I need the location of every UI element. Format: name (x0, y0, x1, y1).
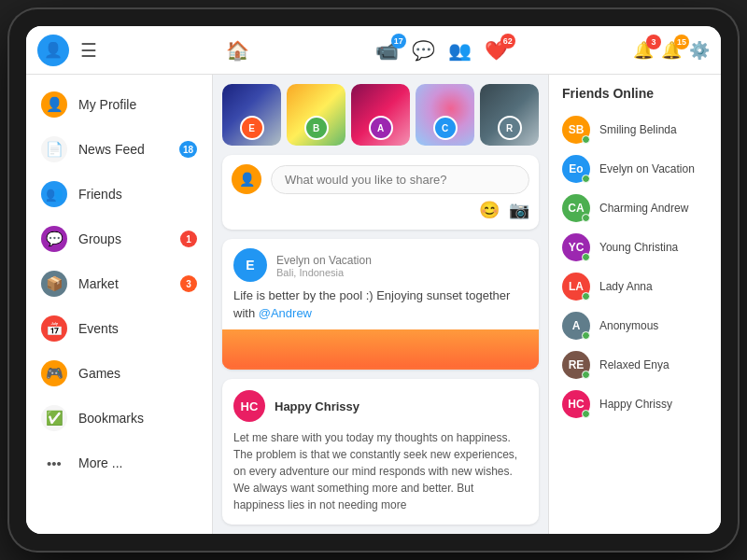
tablet-screen: 👤 ☰ 🏠 📹 17 💬 👥 ❤️ 62 🔔 3 (26, 26, 721, 534)
friend-item[interactable]: Eo Evelyn on Vacation (549, 149, 721, 189)
friend-item[interactable]: SB Smiling Belinda (549, 110, 721, 149)
friend-item[interactable]: LA Lady Anna (549, 267, 721, 306)
top-nav: 👤 ☰ 🏠 📹 17 💬 👥 ❤️ 62 🔔 3 (26, 26, 721, 75)
hamburger-icon[interactable]: ☰ (77, 35, 101, 65)
story-avatar-2: B (304, 116, 329, 140)
sidebar-label: Events (78, 321, 197, 336)
events-icon: 📅 (41, 315, 67, 342)
messages-icon[interactable]: 💬 (412, 39, 435, 62)
story-2[interactable]: B (287, 84, 345, 146)
sidebar-label: Groups (78, 231, 169, 246)
post2-author: Happy Chrissy (275, 399, 359, 413)
story-3[interactable]: A (351, 84, 410, 146)
news-badge: 18 (179, 141, 197, 158)
bookmarks-icon: ✅ (41, 405, 67, 431)
post-avatar-1: E (233, 248, 267, 282)
sidebar-item-news-feed[interactable]: 📄 News Feed 18 (26, 127, 212, 172)
sidebar-label: Games (78, 366, 197, 381)
camera-icon[interactable]: 📷 (509, 200, 529, 220)
friend-item[interactable]: HC Happy Chrissy (549, 385, 721, 424)
news-icon: 📄 (41, 136, 67, 162)
sidebar: 👤 My Profile 📄 News Feed 18 👥 Friends 💬 … (26, 75, 213, 534)
friend-name: Evelyn on Vacation (599, 162, 695, 175)
online-dot (582, 214, 590, 222)
story-5[interactable]: R (480, 84, 539, 146)
sidebar-label: Market (78, 276, 169, 291)
sidebar-item-more[interactable]: ••• More ... (26, 441, 212, 485)
post-mention[interactable]: @Andrew (259, 306, 312, 320)
friends-nav-icon: 👥 (41, 181, 67, 207)
sidebar-label: Friends (78, 187, 197, 202)
notif2-badge: 15 (674, 35, 689, 49)
compose-input[interactable] (271, 165, 529, 194)
friend-name: Young Christina (599, 241, 678, 254)
post-card-1: E Evelyn on Vacation Bali, Indonesia Lif… (222, 239, 539, 370)
friends-list: SB Smiling Belinda Eo Evelyn on Vacation… (549, 110, 721, 424)
svg-rect-0 (222, 329, 539, 370)
friend-avatar: A (562, 312, 590, 340)
notif1-badge: 3 (646, 35, 661, 49)
stories-row: E B A C R (222, 84, 539, 146)
content-area: E B A C R (213, 75, 548, 534)
online-dot (582, 292, 590, 301)
nav-icons: 📹 17 💬 👥 ❤️ 62 (375, 39, 508, 62)
home-icon[interactable]: 🏠 (226, 39, 249, 62)
post-author-1: Evelyn on Vacation (276, 253, 528, 267)
sidebar-item-bookmarks[interactable]: ✅ Bookmarks (26, 396, 212, 441)
sidebar-item-friends[interactable]: 👥 Friends (26, 172, 212, 217)
sidebar-label: News Feed (78, 142, 168, 157)
video-icon[interactable]: 📹 17 (375, 39, 399, 62)
compose-box: 👤 😊 📷 (222, 155, 539, 230)
tablet-frame: 👤 ☰ 🏠 📹 17 💬 👥 ❤️ 62 🔔 3 (9, 9, 738, 551)
heart-icon[interactable]: ❤️ 62 (485, 39, 508, 62)
sidebar-label: My Profile (78, 97, 197, 112)
sidebar-label: Bookmarks (78, 411, 197, 426)
post2-header: HC Happy Chrissy (233, 390, 528, 422)
heart-badge: 62 (500, 34, 515, 49)
sidebar-item-games[interactable]: 🎮 Games (26, 351, 212, 396)
post-image-1 (222, 329, 539, 370)
profile-icon: 👤 (41, 91, 67, 118)
friend-item[interactable]: A Anonymous (549, 306, 721, 345)
settings-icon[interactable]: ⚙️ (689, 40, 710, 61)
online-dot (582, 410, 590, 418)
story-avatar-3: A (369, 116, 393, 140)
friend-avatar: YC (562, 233, 590, 261)
sidebar-item-market[interactable]: 📦 Market 3 (26, 261, 212, 306)
story-1[interactable]: E (222, 84, 281, 146)
online-dot (582, 135, 590, 144)
video-badge: 17 (391, 34, 406, 49)
groups-icon: 💬 (41, 226, 67, 252)
market-icon: 📦 (41, 271, 67, 297)
story-avatar-4: C (433, 116, 458, 140)
friend-avatar: HC (562, 390, 590, 418)
notif1-icon[interactable]: 🔔 3 (633, 40, 654, 61)
story-avatar-5: R (498, 116, 522, 140)
friend-avatar: RE (562, 351, 590, 379)
friends-online-title: Friends Online (549, 86, 721, 110)
sidebar-item-my-profile[interactable]: 👤 My Profile (26, 82, 212, 127)
post2-text: Let me share with you today my thoughts … (233, 429, 528, 513)
friend-item[interactable]: CA Charming Andrew (549, 189, 721, 228)
online-dot (582, 175, 590, 183)
friend-name: Lady Anna (599, 280, 653, 293)
friend-item[interactable]: YC Young Christina (549, 228, 721, 267)
sidebar-item-events[interactable]: 📅 Events (26, 306, 212, 351)
friend-avatar: SB (562, 116, 590, 144)
market-badge: 3 (180, 275, 197, 292)
story-4[interactable]: C (416, 84, 474, 146)
games-icon: 🎮 (41, 360, 67, 386)
notif2-icon[interactable]: 🔔 15 (661, 40, 682, 61)
online-dot (582, 253, 590, 261)
nav-user-avatar[interactable]: 👤 (37, 35, 69, 66)
friend-item[interactable]: RE Relaxed Enya (549, 345, 721, 385)
compose-actions: 😊 📷 (232, 194, 529, 220)
post-text-1: Life is better by the pool :) Enjoying s… (222, 287, 539, 329)
sidebar-item-groups[interactable]: 💬 Groups 1 (26, 217, 212, 261)
friend-name: Happy Chrissy (599, 398, 672, 411)
friends-icon[interactable]: 👥 (448, 39, 472, 62)
emoji-icon[interactable]: 😊 (479, 200, 500, 220)
friend-avatar: CA (562, 194, 590, 222)
post-header-1: E Evelyn on Vacation Bali, Indonesia (222, 239, 539, 287)
story-avatar-1: E (240, 116, 264, 140)
